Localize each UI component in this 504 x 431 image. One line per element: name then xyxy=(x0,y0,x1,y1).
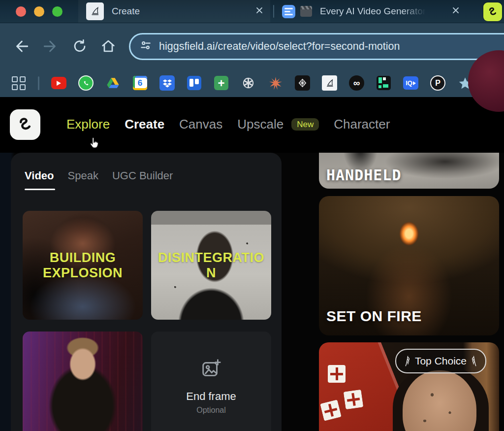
bookmarks-separator xyxy=(38,76,39,90)
address-bar[interactable]: higgsfield.ai/create/video/select?for=se… xyxy=(129,33,504,60)
preset-cards-grid: BUILDING EXPLOSION DISINTEGRATION E xyxy=(23,211,271,431)
tab-ugc-builder[interactable]: UGC Builder xyxy=(112,169,173,182)
tab-title: Every AI Video Generator xyxy=(320,6,426,17)
tab-speak[interactable]: Speak xyxy=(68,169,98,182)
url-text: higgsfield.ai/create/video/select?for=se… xyxy=(159,40,400,53)
end-frame-optional-label: Optional xyxy=(196,406,226,415)
nav-create[interactable]: Create xyxy=(125,117,164,132)
nav-upscale[interactable]: Upscale xyxy=(237,117,284,132)
end-frame-label: End frame xyxy=(186,390,236,403)
end-frame-upload[interactable]: End frame Optional xyxy=(151,332,271,431)
nav-character[interactable]: Character xyxy=(334,117,390,132)
start-frame-image[interactable] xyxy=(23,332,143,431)
bookmark-green-plus-icon[interactable]: + xyxy=(214,75,229,91)
top-choice-label: Top Choice xyxy=(415,355,467,367)
higgsfield-favicon-icon xyxy=(86,2,104,20)
forward-icon[interactable] xyxy=(42,38,59,55)
active-tab-underline xyxy=(25,189,55,190)
top-choice-badge: Top Choice xyxy=(395,349,486,373)
close-tab-icon[interactable] xyxy=(452,6,460,16)
bookmark-whatsapp-icon[interactable] xyxy=(78,75,94,91)
preset-card-disintegration[interactable]: DISINTEGRATION xyxy=(151,211,271,320)
preset-card-handheld[interactable]: HANDHELD xyxy=(319,153,499,189)
site-content: Video Speak UGC Builder BUILDING EXPLOSI… xyxy=(0,153,504,431)
clapperboard-favicon-icon xyxy=(300,6,312,17)
close-window-button[interactable] xyxy=(16,6,26,17)
laurel-right-icon xyxy=(471,355,477,367)
preset-card-set-on-fire[interactable]: SET ON FIRE xyxy=(319,196,499,335)
close-tab-icon[interactable] xyxy=(255,6,263,16)
mouse-cursor-icon xyxy=(87,136,101,154)
bookmark-higgsfield-icon[interactable] xyxy=(322,75,337,91)
panel-tabs: Video Speak UGC Builder xyxy=(11,153,282,182)
home-icon[interactable] xyxy=(100,38,116,54)
add-image-icon xyxy=(200,358,222,380)
apps-grid-icon[interactable] xyxy=(11,75,26,91)
tab-title: Create xyxy=(112,6,140,17)
sign-glyph xyxy=(328,365,346,383)
bookmark-infinity-icon[interactable]: ∞ xyxy=(349,75,364,91)
bookmark-blocks-icon[interactable] xyxy=(376,75,391,91)
bookmark-iq-icon[interactable]: IQ xyxy=(403,75,418,91)
bookmark-lattice-icon[interactable] xyxy=(295,75,310,91)
sign-glyph xyxy=(344,390,364,410)
tab-video[interactable]: Video xyxy=(25,169,54,182)
site-nav: Explore Create Canvas Upscale New Charac… xyxy=(0,97,504,153)
higgsfield-extension-icon[interactable] xyxy=(483,2,502,21)
new-badge: New xyxy=(291,118,319,131)
bookmark-google-drive-icon[interactable] xyxy=(105,75,121,91)
site-nav-links: Explore Create Canvas Upscale New Charac… xyxy=(66,117,390,132)
bookmark-chatgpt-icon[interactable] xyxy=(241,75,256,91)
preset-title: BUILDING EXPLOSION xyxy=(23,250,143,280)
preset-title: DISINTEGRATION xyxy=(152,250,271,280)
back-icon[interactable] xyxy=(13,38,30,55)
laurel-left-icon xyxy=(404,355,410,367)
preset-title: HANDHELD xyxy=(326,166,402,184)
fullscreen-window-button[interactable] xyxy=(52,6,63,17)
bookmarks-bar: 6 + xyxy=(0,69,504,97)
preset-card-top-choice[interactable]: Top Choice xyxy=(319,342,499,431)
browser-tab-bar: Create Every AI Video Generator xyxy=(0,0,504,23)
bookmark-p-ring-icon[interactable]: P xyxy=(430,75,445,91)
window-controls xyxy=(16,6,63,17)
create-panel: Video Speak UGC Builder BUILDING EXPLOSI… xyxy=(11,153,282,431)
minimize-window-button[interactable] xyxy=(34,6,44,17)
nav-canvas[interactable]: Canvas xyxy=(179,117,222,132)
bookmark-youtube-icon[interactable] xyxy=(51,75,66,91)
tab-separator xyxy=(273,5,274,18)
bookmark-google-calendar-icon[interactable]: 6 xyxy=(132,75,148,91)
tab-video-generator[interactable]: Every AI Video Generator xyxy=(277,0,467,23)
site-settings-icon[interactable] xyxy=(139,39,152,54)
bookmark-trello-icon[interactable] xyxy=(187,75,202,91)
screen: Create Every AI Video Generator xyxy=(0,0,504,431)
tab-group-icon[interactable] xyxy=(282,5,295,18)
bookmark-claude-icon[interactable] xyxy=(268,75,283,91)
browser-toolbar: higgsfield.ai/create/video/select?for=se… xyxy=(0,23,504,69)
bookmark-dropbox-icon[interactable] xyxy=(159,75,175,91)
tab-create[interactable]: Create xyxy=(78,0,270,23)
higgsfield-page: Explore Create Canvas Upscale New Charac… xyxy=(0,97,504,431)
reload-icon[interactable] xyxy=(72,38,88,54)
preset-title: SET ON FIRE xyxy=(326,308,422,325)
preset-card-building-explosion[interactable]: BUILDING EXPLOSION xyxy=(23,211,143,320)
nav-explore[interactable]: Explore xyxy=(66,117,110,132)
higgsfield-logo-icon[interactable] xyxy=(10,109,40,140)
